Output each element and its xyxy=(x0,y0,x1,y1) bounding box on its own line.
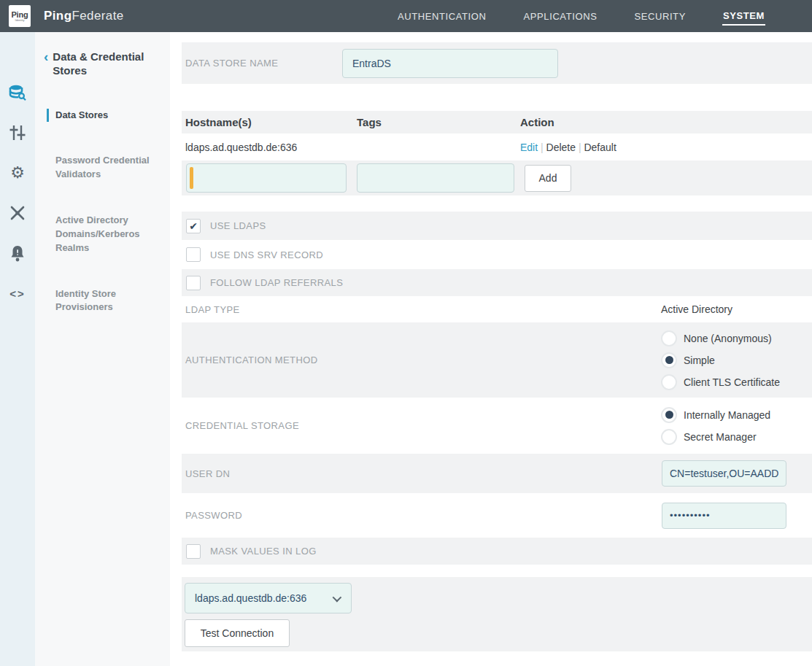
main-content: DATA STORE NAME Hostname(s) Tags Action … xyxy=(182,32,812,666)
ldap-type-row: LDAP TYPE Active Directory xyxy=(182,296,812,322)
radio-icon xyxy=(661,429,677,445)
action-cell: Edit | Delete | Default xyxy=(520,142,812,153)
hostname-table-row: ldaps.ad.questdb.de:636 Edit | Delete | … xyxy=(182,133,812,160)
ldap-type-value: Active Directory xyxy=(661,303,812,315)
use-dns-srv-record-row: ✔ USE DNS SRV RECORD xyxy=(182,240,812,269)
user-dn-input[interactable] xyxy=(662,460,786,487)
sidebar-header: ‹ Data & Credential Stores xyxy=(44,50,160,78)
action-separator: | xyxy=(541,142,544,153)
chevron-down-icon xyxy=(333,592,342,602)
new-hostname-input[interactable] xyxy=(186,163,347,193)
sidebar-title: Data & Credential Stores xyxy=(53,50,160,78)
follow-ldap-referrals-row: ✔ FOLLOW LDAP REFERRALS xyxy=(182,269,812,296)
sidebar-item-identity-store-provisioners[interactable]: Identity Store Provisioners xyxy=(55,287,160,315)
user-dn-label: USER DN xyxy=(185,468,662,479)
data-store-name-input[interactable] xyxy=(342,49,558,78)
use-dns-srv-record-label: USE DNS SRV RECORD xyxy=(210,249,323,260)
use-ldaps-checkbox[interactable]: ✔ xyxy=(186,219,201,233)
back-chevron-icon[interactable]: ‹ xyxy=(44,50,48,78)
hostname-column-header: Hostname(s) xyxy=(182,116,357,128)
new-tags-input[interactable] xyxy=(357,163,514,193)
default-link[interactable]: Default xyxy=(584,142,616,153)
use-dns-srv-record-checkbox[interactable]: ✔ xyxy=(186,247,201,262)
nav-applications[interactable]: APPLICATIONS xyxy=(523,8,598,25)
action-column-header: Action xyxy=(520,116,812,128)
radio-simple[interactable]: Simple xyxy=(661,352,812,368)
test-connection-button[interactable]: Test Connection xyxy=(185,619,290,647)
top-header: Ping Identity PingFederate AUTHENTICATIO… xyxy=(0,0,812,32)
radio-icon xyxy=(661,374,677,390)
radio-internally-managed[interactable]: Internally Managed xyxy=(661,407,812,423)
top-navigation: AUTHENTICATION APPLICATIONS SECURITY SYS… xyxy=(397,0,765,32)
nav-security[interactable]: SECURITY xyxy=(633,8,687,25)
data-store-name-row: DATA STORE NAME xyxy=(182,42,812,84)
hostname-table-header: Hostname(s) Tags Action xyxy=(182,111,812,133)
app-title-bold: Ping xyxy=(44,9,71,23)
password-row: PASSWORD xyxy=(182,493,812,538)
sidebar-item-data-stores[interactable]: Data Stores xyxy=(47,109,160,123)
credential-storage-label: CREDENTIAL STORAGE xyxy=(185,420,661,431)
user-dn-row: USER DN xyxy=(182,454,812,493)
credential-storage-options: Internally Managed Secret Manager xyxy=(661,407,812,445)
sidebar-item-password-credential-validators[interactable]: Password Credential Validators xyxy=(55,154,160,182)
use-ldaps-row: ✔ USE LDAPS xyxy=(182,212,812,240)
edit-link[interactable]: Edit xyxy=(520,142,538,153)
icon-rail: ⚙ <> xyxy=(0,32,35,666)
use-ldaps-label: USE LDAPS xyxy=(210,220,266,231)
logo-text: Ping xyxy=(11,11,28,19)
authentication-method-options: None (Anonymous) Simple Client TLS Certi… xyxy=(661,330,812,390)
logo-subtext: Identity xyxy=(15,19,25,22)
authentication-method-label: AUTHENTICATION METHOD xyxy=(185,355,661,365)
radio-icon xyxy=(661,330,677,346)
data-store-name-label: DATA STORE NAME xyxy=(185,58,342,69)
radio-client-tls-certificate[interactable]: Client TLS Certificate xyxy=(661,374,812,390)
sidebar-menu: Data Stores Password Credential Validato… xyxy=(44,109,160,315)
radio-none-anonymous[interactable]: None (Anonymous) xyxy=(661,330,812,346)
nav-authentication[interactable]: AUTHENTICATION xyxy=(397,8,487,25)
tools-icon[interactable] xyxy=(0,198,35,228)
gear-icon[interactable]: ⚙ xyxy=(0,158,35,187)
sidebar-item-ad-domains-kerberos-realms[interactable]: Active Directory Domains/Kerberos Realms xyxy=(55,214,160,255)
tags-column-header: Tags xyxy=(357,116,520,128)
app-title-light: Federate xyxy=(71,9,123,23)
action-separator: | xyxy=(579,142,581,153)
connection-test-section: ldaps.ad.questdb.de:636 Test Connection xyxy=(182,577,812,651)
app-title: PingFederate xyxy=(44,9,124,23)
password-input[interactable] xyxy=(662,503,786,529)
settings-sliders-icon[interactable] xyxy=(0,118,35,147)
mask-values-in-log-label: MASK VALUES IN LOG xyxy=(210,546,317,557)
code-icon[interactable]: <> xyxy=(0,279,35,308)
radio-secret-manager[interactable]: Secret Manager xyxy=(661,429,812,445)
data-stores-icon[interactable] xyxy=(0,78,35,107)
add-hostname-row: Add xyxy=(182,160,812,195)
follow-ldap-referrals-checkbox[interactable]: ✔ xyxy=(186,276,201,290)
radio-icon xyxy=(661,352,677,368)
ldap-type-label: LDAP TYPE xyxy=(185,304,661,315)
sidebar: ‹ Data & Credential Stores Data Stores P… xyxy=(35,32,170,666)
password-label: PASSWORD xyxy=(185,510,662,521)
mask-values-in-log-checkbox[interactable]: ✔ xyxy=(186,544,201,559)
delete-link[interactable]: Delete xyxy=(546,142,576,153)
credential-storage-row: CREDENTIAL STORAGE Internally Managed Se… xyxy=(182,398,812,454)
mask-values-in-log-row: ✔ MASK VALUES IN LOG xyxy=(182,538,812,565)
follow-ldap-referrals-label: FOLLOW LDAP REFERRALS xyxy=(210,277,343,288)
add-button[interactable]: Add xyxy=(525,165,571,192)
radio-icon xyxy=(661,407,677,423)
nav-system[interactable]: SYSTEM xyxy=(722,7,765,26)
hostname-cell: ldaps.ad.questdb.de:636 xyxy=(182,142,357,153)
required-field-indicator xyxy=(190,167,193,189)
hostname-dropdown-value: ldaps.ad.questdb.de:636 xyxy=(195,592,306,604)
notifications-bell-icon[interactable] xyxy=(0,239,35,268)
check-icon: ✔ xyxy=(189,221,198,231)
ping-identity-logo: Ping Identity xyxy=(9,5,31,27)
hostname-dropdown[interactable]: ldaps.ad.questdb.de:636 xyxy=(185,583,352,613)
authentication-method-row: AUTHENTICATION METHOD None (Anonymous) S… xyxy=(182,322,812,398)
pingfederate-app: Ping Identity PingFederate AUTHENTICATIO… xyxy=(0,0,812,666)
